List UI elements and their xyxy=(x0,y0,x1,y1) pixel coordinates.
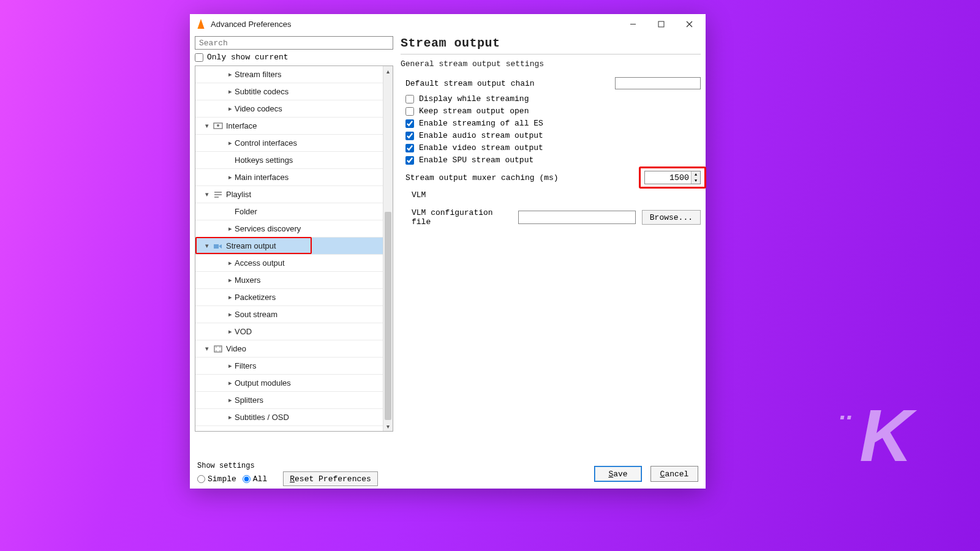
panel-subtitle: General stream output settings xyxy=(401,59,701,69)
svg-point-11 xyxy=(216,347,217,348)
only-show-current-label: Only show current xyxy=(207,53,288,62)
tree-item-vod[interactable]: ▸VOD xyxy=(195,323,393,340)
checkbox-row-4: Enable video stream output xyxy=(401,143,701,152)
svg-point-13 xyxy=(219,347,221,348)
svg-point-14 xyxy=(219,350,221,351)
watermark-k: K xyxy=(859,393,913,478)
playlist-icon xyxy=(213,189,224,200)
tree-item-splitters[interactable]: ▸Splitters xyxy=(195,392,393,409)
only-show-current-checkbox[interactable]: Only show current xyxy=(195,53,393,62)
chevron-right-icon: ▸ xyxy=(226,413,235,421)
vlm-header: VLM xyxy=(412,190,701,200)
chevron-right-icon: ▸ xyxy=(226,379,235,387)
checkbox-label: Enable video stream output xyxy=(419,143,543,152)
tree-item-main-interfaces[interactable]: ▸Main interfaces xyxy=(195,169,393,186)
chevron-down-icon: ▾ xyxy=(203,190,211,198)
default-chain-label: Default stream output chain xyxy=(405,79,535,88)
minimize-button[interactable] xyxy=(619,14,647,34)
tree-item-hotkeys-settings[interactable]: Hotkeys settings xyxy=(195,152,393,169)
chevron-right-icon: ▸ xyxy=(226,362,235,370)
svg-point-5 xyxy=(217,124,219,127)
chevron-right-icon: ▸ xyxy=(226,225,235,233)
svg-rect-1 xyxy=(658,21,664,27)
spinner-up[interactable]: ▲ xyxy=(692,171,700,178)
tree-item-stream-output[interactable]: ▾Stream output xyxy=(195,238,393,255)
tree-item-filters[interactable]: ▸Filters xyxy=(195,358,393,375)
tree-item-stream-filters[interactable]: ▸Stream filters xyxy=(195,66,393,83)
svg-rect-9 xyxy=(214,244,219,249)
maximize-button[interactable] xyxy=(647,14,675,34)
chevron-down-icon: ▾ xyxy=(203,345,211,353)
scroll-up-arrow[interactable]: ▴ xyxy=(383,66,393,76)
tree-item-access-output[interactable]: ▸Access output xyxy=(195,255,393,272)
muxer-caching-field: ▲ ▼ xyxy=(644,171,701,184)
tree-item-video[interactable]: ▾Video xyxy=(195,340,393,358)
default-chain-input[interactable] xyxy=(615,77,701,89)
checkbox-label: Enable streaming of all ES xyxy=(419,119,543,128)
checkbox-label: Enable audio stream output xyxy=(419,131,543,140)
only-show-current-box[interactable] xyxy=(195,53,203,62)
tree-item-subtitles-osd[interactable]: ▸Subtitles / OSD xyxy=(195,409,393,426)
chevron-right-icon: ▸ xyxy=(226,139,235,147)
close-button[interactable] xyxy=(675,14,703,34)
search-input[interactable] xyxy=(195,36,393,50)
vlc-cone-icon xyxy=(196,19,206,29)
checkbox-row-2: Enable streaming of all ES xyxy=(401,119,701,128)
checkbox-keep-stream-output-open[interactable] xyxy=(405,107,414,116)
scroll-down-arrow[interactable]: ▾ xyxy=(383,421,393,431)
tree-item-sout-stream[interactable]: ▸Sout stream xyxy=(195,306,393,323)
chevron-right-icon: ▸ xyxy=(226,396,235,404)
checkbox-label: Display while streaming xyxy=(419,94,529,103)
panel-title: Stream output xyxy=(401,36,701,50)
video-icon xyxy=(213,343,224,354)
chevron-right-icon: ▸ xyxy=(226,88,235,96)
vlm-file-label: VLM configuration file xyxy=(412,208,512,227)
chevron-right-icon: ▸ xyxy=(226,173,235,181)
checkbox-enable-video-stream-output[interactable] xyxy=(405,144,414,152)
tree-item-packetizers[interactable]: ▸Packetizers xyxy=(195,289,393,306)
tree-item-services-discovery[interactable]: ▸Services discovery xyxy=(195,220,393,238)
tree-item-subtitle-codecs[interactable]: ▸Subtitle codecs xyxy=(195,83,393,100)
checkbox-label: Enable SPU stream output xyxy=(419,156,533,165)
save-button[interactable]: Save xyxy=(594,466,642,482)
mode-simple-radio[interactable]: Simple xyxy=(197,474,236,484)
settings-panel: Stream output General stream output sett… xyxy=(401,36,701,459)
checkbox-enable-spu-stream-output[interactable] xyxy=(405,156,414,165)
reset-preferences-button[interactable]: Reset Preferences xyxy=(283,471,378,486)
chevron-right-icon: ▸ xyxy=(226,259,235,267)
vlm-file-input[interactable] xyxy=(518,211,636,224)
muxer-caching-label: Stream output muxer caching (ms) xyxy=(405,173,559,182)
scroll-thumb[interactable] xyxy=(385,212,391,420)
titlebar[interactable]: Advanced Preferences xyxy=(190,14,706,34)
tree-item-control-interfaces[interactable]: ▸Control interfaces xyxy=(195,135,393,152)
checkbox-display-while-streaming[interactable] xyxy=(405,95,414,103)
tree-item-muxers[interactable]: ▸Muxers xyxy=(195,272,393,289)
tree-item-video-codecs[interactable]: ▸Video codecs xyxy=(195,100,393,118)
preferences-tree: ▸Stream filters▸Subtitle codecs▸Video co… xyxy=(195,66,393,432)
checkbox-enable-audio-stream-output[interactable] xyxy=(405,132,414,140)
checkbox-row-5: Enable SPU stream output xyxy=(401,156,701,165)
chevron-right-icon: ▸ xyxy=(226,293,235,301)
checkbox-row-3: Enable audio stream output xyxy=(401,131,701,140)
window-title: Advanced Preferences xyxy=(211,20,292,29)
chevron-right-icon: ▸ xyxy=(226,328,235,335)
tree-item-playlist[interactable]: ▾Playlist xyxy=(195,186,393,203)
tree-item-folder[interactable]: Folder xyxy=(195,203,393,220)
chevron-right-icon: ▸ xyxy=(226,105,235,113)
tree-scrollbar[interactable]: ▴ ▾ xyxy=(383,66,393,431)
stream-icon xyxy=(213,241,224,252)
chevron-right-icon: ▸ xyxy=(226,310,235,318)
checkbox-enable-streaming-of-all-es[interactable] xyxy=(405,119,414,128)
svg-point-12 xyxy=(216,350,217,351)
browse-button[interactable]: Browse... xyxy=(642,210,701,225)
chevron-right-icon: ▸ xyxy=(226,70,235,78)
checkbox-row-0: Display while streaming xyxy=(401,94,701,103)
chevron-down-icon: ▾ xyxy=(203,122,211,130)
mode-all-radio[interactable]: All xyxy=(243,474,267,484)
tree-item-interface[interactable]: ▾Interface xyxy=(195,118,393,135)
spinner-down[interactable]: ▼ xyxy=(692,178,700,184)
svg-rect-10 xyxy=(214,346,222,352)
cancel-button[interactable]: Cancel xyxy=(650,466,698,482)
tree-item-output-modules[interactable]: ▸Output modules xyxy=(195,375,393,392)
chevron-right-icon: ▸ xyxy=(226,276,235,284)
